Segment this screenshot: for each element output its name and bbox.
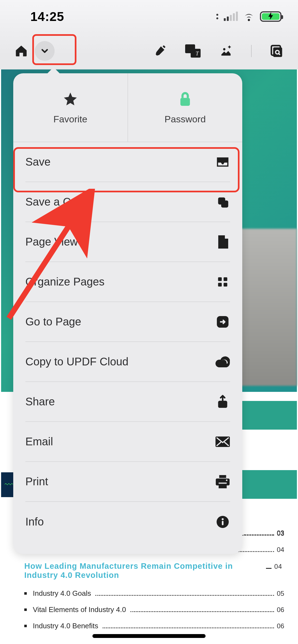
info-icon	[215, 514, 230, 529]
pages-search-icon[interactable]	[269, 43, 285, 59]
toc-page-num: 03	[277, 530, 284, 537]
dropdown-password[interactable]: Password	[128, 73, 242, 142]
dropdown-password-label: Password	[164, 114, 206, 125]
menu-item-page-view[interactable]: Page View	[25, 222, 230, 262]
toc-label: Industry 4.0 Goals	[33, 589, 91, 598]
highlighter-icon[interactable]	[152, 43, 168, 59]
menu-item-email[interactable]: Email	[25, 422, 230, 462]
toc-line: Industry 4.0 Goals05	[24, 589, 284, 598]
status-icons	[216, 11, 281, 22]
toolbar-divider	[251, 45, 252, 57]
mail-icon	[215, 434, 230, 449]
status-bar: 14:25	[0, 0, 298, 33]
goto-icon	[215, 314, 230, 329]
cellular-signal-icon	[224, 12, 238, 21]
menu-label: Print	[25, 475, 48, 488]
toc-line: Industry 4.0 Benefits06	[24, 622, 284, 630]
dropdown-caret	[46, 67, 61, 74]
toc-page-num: 05	[277, 590, 284, 597]
menu-label: Share	[25, 395, 55, 408]
menu-label: Page View	[25, 236, 78, 248]
signal-dual-sim-icon	[216, 14, 218, 19]
svg-text:T: T	[196, 50, 199, 56]
wifi-icon	[243, 12, 255, 21]
menu-item-copy-cloud[interactable]: Copy to UPDF Cloud	[25, 342, 230, 382]
menu-label: Info	[25, 516, 44, 528]
svg-rect-12	[223, 283, 227, 286]
bullet-icon	[24, 625, 27, 627]
cloud-icon	[215, 354, 230, 369]
svg-rect-8	[221, 200, 228, 208]
toc-page-num: 06	[277, 606, 284, 614]
svg-point-18	[222, 518, 223, 520]
toc-label: Industry 4.0 Benefits	[33, 622, 98, 630]
menu-item-save-copy[interactable]: Save a Copy	[25, 182, 230, 222]
copy-icon	[215, 195, 230, 209]
share-icon	[215, 394, 230, 409]
bullet-icon	[24, 592, 27, 595]
toc-page-num: 04	[277, 546, 284, 554]
svg-rect-19	[222, 521, 223, 525]
grid-icon	[215, 274, 230, 289]
dropdown-toggle-button[interactable]	[35, 41, 55, 61]
menu-item-organize-pages[interactable]: Organize Pages	[25, 262, 230, 302]
lock-icon	[177, 91, 193, 107]
toc-heading: How Leading Manufacturers Remain Competi…	[24, 562, 284, 580]
svg-rect-11	[218, 283, 222, 286]
toc-line: Vital Elements of Industry 4.006	[24, 605, 284, 614]
svg-rect-14	[218, 401, 227, 408]
dropdown-favorite[interactable]: Favorite	[13, 73, 128, 142]
svg-point-16	[226, 479, 227, 481]
menu-item-goto-page[interactable]: Go to Page	[25, 302, 230, 342]
toc-page-num: 04	[274, 563, 282, 570]
svg-rect-9	[218, 277, 222, 281]
image-text-icon[interactable]: T	[185, 43, 201, 59]
home-button[interactable]	[13, 43, 29, 59]
toolbar: T	[0, 36, 298, 66]
svg-rect-6	[180, 98, 190, 106]
page-icon	[215, 235, 230, 249]
menu-label: Organize Pages	[25, 276, 105, 288]
bullet-icon	[24, 608, 27, 611]
home-indicator	[92, 634, 206, 638]
print-icon	[215, 474, 230, 489]
document-strip	[236, 401, 297, 430]
menu-label: Save a Copy	[25, 196, 89, 208]
menu-item-print[interactable]: Print	[25, 462, 230, 502]
toc-page-num: 06	[277, 622, 284, 630]
toc-label: Vital Elements of Industry 4.0	[33, 605, 126, 614]
menu-item-share[interactable]: Share	[25, 382, 230, 422]
toc-heading-label: How Leading Manufacturers Remain Competi…	[24, 562, 262, 580]
menu-label: Go to Page	[25, 316, 81, 328]
menu-label: Save	[25, 156, 50, 168]
battery-charging-icon	[260, 11, 281, 22]
status-time: 14:25	[30, 9, 64, 24]
menu-label: Copy to UPDF Cloud	[25, 355, 128, 368]
menu-item-save[interactable]: Save	[25, 142, 230, 182]
menu-item-info[interactable]: Info	[25, 502, 230, 542]
document-strip	[236, 470, 297, 499]
tray-icon	[215, 155, 230, 169]
menu-label: Email	[25, 435, 53, 448]
dropdown-list: Save Save a Copy Page View Organize Page…	[13, 142, 242, 554]
dropdown-favorite-label: Favorite	[54, 114, 87, 125]
image-ai-icon[interactable]	[218, 43, 234, 59]
dropdown-menu: Favorite Password Save Save a Copy Page …	[13, 73, 242, 554]
star-icon	[62, 91, 79, 107]
svg-rect-10	[223, 277, 227, 281]
document-photo	[233, 229, 297, 386]
